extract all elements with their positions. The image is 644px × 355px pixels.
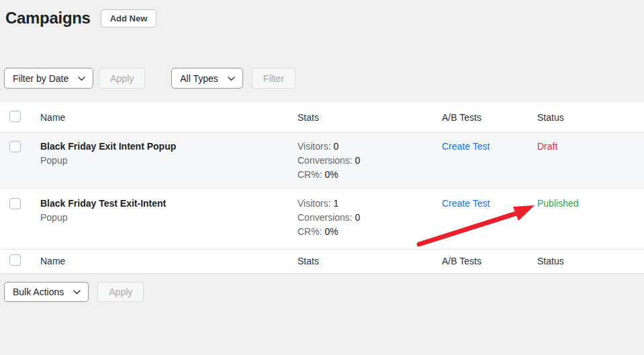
page-header: Campaigns Add New: [5, 9, 156, 28]
cr-label: CR%:: [297, 226, 322, 237]
campaigns-table: Name Stats A/B Tests Status Black Friday…: [0, 103, 644, 274]
create-test-link[interactable]: Create Test: [442, 198, 490, 209]
chevron-down-icon: [228, 77, 235, 81]
apply-date-button[interactable]: Apply: [99, 68, 145, 89]
bulk-actions-value: Bulk Actions: [13, 287, 64, 297]
table-footer-row: Name Stats A/B Tests Status: [0, 249, 644, 273]
column-footer-name: Name: [30, 249, 297, 273]
visitors-label: Visitors:: [297, 141, 331, 152]
add-new-button[interactable]: Add New: [101, 9, 157, 28]
conversions-value: 0: [355, 155, 361, 166]
column-header-status: Status: [537, 103, 644, 132]
cr-value: 0%: [324, 226, 338, 237]
status-badge: Published: [537, 198, 579, 209]
cr-value: 0%: [324, 169, 338, 180]
page-title: Campaigns: [5, 9, 91, 28]
chevron-down-icon: [73, 290, 81, 295]
table-row: Black Friday Exit Intent Popup Popup Vis…: [0, 132, 644, 190]
column-footer-stats: Stats: [297, 249, 442, 273]
column-footer-ab-tests: A/B Tests: [442, 249, 537, 273]
bulk-apply-button[interactable]: Apply: [97, 282, 144, 302]
column-header-name: Name: [30, 103, 297, 132]
campaign-type: Popup: [40, 154, 297, 168]
conversions-label: Conversions:: [297, 212, 353, 223]
campaign-name[interactable]: Black Friday Test Exit-Intent: [40, 197, 297, 211]
select-all-checkbox[interactable]: [9, 254, 21, 266]
campaign-name[interactable]: Black Friday Exit Intent Popup: [40, 140, 297, 154]
table-row: Black Friday Test Exit-Intent Popup Visi…: [0, 190, 644, 249]
conversions-value: 0: [355, 212, 361, 223]
row-checkbox[interactable]: [9, 198, 21, 209]
select-all-checkbox[interactable]: [9, 111, 21, 122]
bulk-actions-select[interactable]: Bulk Actions: [4, 282, 89, 302]
campaign-type: Popup: [40, 211, 297, 225]
filter-bar: Filter by Date Apply All Types Filter: [4, 68, 295, 89]
visitors-label: Visitors:: [297, 198, 331, 209]
cr-label: CR%:: [297, 169, 322, 180]
chevron-down-icon: [78, 77, 85, 81]
row-checkbox[interactable]: [9, 141, 21, 152]
campaigns-page: Campaigns Add New Filter by Date Apply A…: [0, 0, 644, 355]
bulk-actions-bar: Bulk Actions Apply: [4, 282, 144, 302]
create-test-link[interactable]: Create Test: [442, 141, 490, 152]
type-filter-value: All Types: [180, 73, 218, 84]
filter-by-date-select[interactable]: Filter by Date: [4, 68, 93, 89]
type-filter-select[interactable]: All Types: [171, 68, 243, 89]
column-header-stats: Stats: [297, 103, 442, 132]
column-header-ab-tests: A/B Tests: [442, 103, 537, 132]
conversions-label: Conversions:: [297, 155, 353, 166]
status-badge: Draft: [537, 141, 557, 152]
table-header-row: Name Stats A/B Tests Status: [0, 103, 644, 132]
column-footer-status: Status: [537, 249, 644, 273]
visitors-value: 1: [333, 198, 338, 209]
filter-type-button[interactable]: Filter: [252, 68, 295, 89]
visitors-value: 0: [333, 141, 338, 152]
filter-by-date-value: Filter by Date: [13, 73, 68, 84]
